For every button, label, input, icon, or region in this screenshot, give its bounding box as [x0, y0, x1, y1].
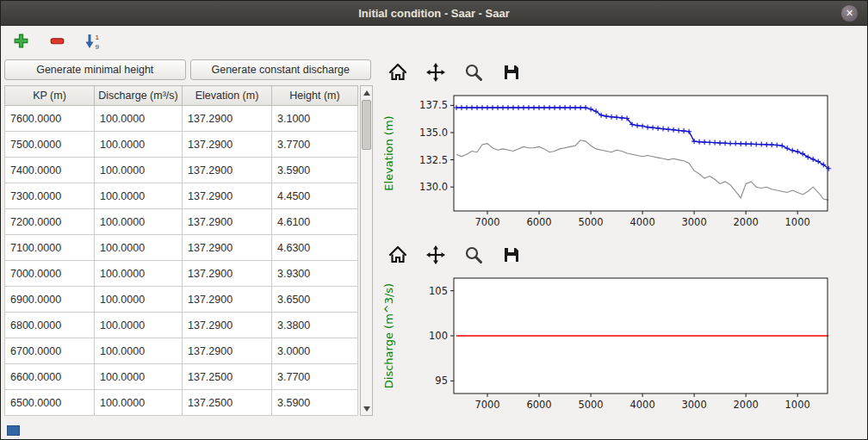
svg-text:3000: 3000	[681, 216, 706, 228]
table-cell[interactable]: 137.2900	[183, 235, 272, 261]
discharge-plot-canvas[interactable]: 700060005000400030002000100095100105Disc…	[380, 271, 864, 419]
table-cell[interactable]: 100.0000	[95, 364, 183, 390]
table-cell[interactable]: 137.2900	[183, 209, 272, 235]
table-cell[interactable]: 100.0000	[95, 287, 183, 313]
table-cell[interactable]: 7400.0000	[5, 158, 95, 183]
sort-button[interactable]: 1 9	[82, 29, 104, 52]
discharge-pan-button[interactable]	[425, 244, 447, 266]
minus-icon	[49, 33, 65, 49]
titlebar[interactable]: Initial condition - Saar - Saar ✕	[1, 1, 867, 26]
table-cell[interactable]: 137.2900	[183, 132, 272, 158]
generate-constant-discharge-button[interactable]: Generate constant discharge	[190, 59, 372, 80]
scrollbar-down-arrow-icon[interactable]	[361, 403, 372, 414]
table-cell[interactable]: 3.7700	[272, 364, 358, 390]
table-cell[interactable]: 100.0000	[95, 313, 183, 338]
table-cell[interactable]: 100.0000	[95, 158, 183, 183]
svg-text:7000: 7000	[474, 216, 499, 228]
table-cell[interactable]: 6900.0000	[5, 287, 95, 313]
table-cell[interactable]: 137.2500	[183, 390, 272, 416]
table-cell[interactable]: 3.3800	[272, 313, 358, 338]
column-header[interactable]: Height (m)	[272, 86, 358, 106]
plus-icon	[13, 33, 29, 49]
table-cell[interactable]: 137.2500	[183, 364, 272, 390]
table-cell[interactable]: 3.9300	[272, 261, 358, 287]
statusbar-badge	[7, 425, 20, 436]
svg-text:5000: 5000	[578, 399, 603, 411]
table-cell[interactable]: 100.0000	[95, 390, 183, 416]
discharge-save-button[interactable]	[500, 244, 523, 266]
table-cell[interactable]: 6500.0000	[5, 390, 95, 416]
table-cell[interactable]: 7200.0000	[5, 209, 95, 235]
table-cell[interactable]: 7600.0000	[5, 106, 95, 132]
content-area: Generate minimal height Generate constan…	[1, 54, 867, 439]
table-cell[interactable]: 137.2900	[183, 313, 272, 338]
scrollbar-up-arrow-icon[interactable]	[361, 87, 372, 98]
table-row: 7600.0000100.0000137.29003.1000	[5, 106, 358, 132]
elevation-zoom-button[interactable]	[462, 61, 485, 84]
table-cell[interactable]: 100.0000	[95, 235, 183, 261]
svg-text:135.0: 135.0	[419, 127, 448, 139]
table-cell[interactable]: 3.5900	[272, 390, 358, 416]
svg-text:1000: 1000	[785, 216, 810, 228]
close-button[interactable]: ✕	[840, 4, 859, 22]
elevation-save-button[interactable]	[500, 61, 523, 84]
table-cell[interactable]: 100.0000	[95, 209, 183, 235]
table-cell[interactable]: 100.0000	[95, 132, 183, 158]
svg-text:2000: 2000	[734, 399, 759, 411]
sort-icon: 1 9	[84, 32, 102, 50]
elevation-home-button[interactable]	[387, 61, 409, 84]
discharge-home-button[interactable]	[387, 244, 409, 266]
table-cell[interactable]: 6600.0000	[5, 364, 95, 390]
table-cell[interactable]: 100.0000	[95, 183, 183, 209]
table-cell[interactable]: 7100.0000	[5, 235, 95, 261]
table-cell[interactable]: 3.0000	[272, 338, 358, 364]
table-cell[interactable]: 3.1000	[272, 106, 358, 132]
table-cell[interactable]: 4.6100	[272, 209, 358, 235]
table-cell[interactable]: 4.6300	[272, 235, 358, 261]
svg-text:6000: 6000	[526, 399, 551, 411]
window-title: Initial condition - Saar - Saar	[358, 7, 510, 20]
table-cell[interactable]: 100.0000	[95, 106, 183, 132]
table-row: 6800.0000100.0000137.29003.3800	[5, 313, 358, 338]
table-cell[interactable]: 7300.0000	[5, 183, 95, 209]
table-row: 7100.0000100.0000137.29004.6300	[5, 235, 358, 261]
remove-row-button[interactable]	[46, 29, 68, 52]
table-cell[interactable]: 7000.0000	[5, 261, 95, 287]
table-scrollbar[interactable]	[360, 85, 373, 416]
svg-text:Elevation (m): Elevation (m)	[382, 115, 395, 190]
add-row-button[interactable]	[9, 29, 32, 52]
zoom-icon	[463, 62, 484, 83]
table-cell[interactable]: 3.7700	[272, 132, 358, 158]
svg-text:1000: 1000	[785, 399, 810, 411]
svg-text:6000: 6000	[526, 216, 551, 228]
table-cell[interactable]: 137.2900	[183, 338, 272, 364]
column-header[interactable]: Elevation (m)	[183, 86, 272, 106]
svg-text:130.0: 130.0	[419, 181, 448, 193]
table-cell[interactable]: 100.0000	[95, 338, 183, 364]
table-cell[interactable]: 100.0000	[95, 261, 183, 287]
elevation-plot-canvas[interactable]: 7000600050004000300020001000130.0132.513…	[380, 89, 864, 237]
table-cell[interactable]: 3.6500	[272, 287, 358, 313]
scrollbar-thumb[interactable]	[362, 100, 371, 150]
table-cell[interactable]: 137.2900	[183, 261, 272, 287]
table-row: 6700.0000100.0000137.29003.0000	[5, 338, 358, 364]
table-cell[interactable]: 4.4500	[272, 183, 358, 209]
table-cell[interactable]: 6800.0000	[5, 313, 95, 338]
generate-minimal-height-button[interactable]: Generate minimal height	[4, 59, 186, 80]
table-cell[interactable]: 137.2900	[183, 183, 272, 209]
table-cell[interactable]: 3.5900	[272, 158, 358, 183]
table-cell[interactable]: 137.2900	[183, 158, 272, 183]
discharge-zoom-button[interactable]	[462, 244, 485, 266]
table-cell[interactable]: 137.2900	[183, 106, 272, 132]
svg-text:4000: 4000	[629, 216, 654, 228]
column-header[interactable]: KP (m)	[5, 86, 95, 106]
table-cell[interactable]: 7500.0000	[5, 132, 95, 158]
elevation-pan-button[interactable]	[425, 61, 447, 84]
initial-condition-panel: Generate minimal height Generate constan…	[1, 54, 375, 439]
generate-buttons-row: Generate minimal height Generate constan…	[4, 59, 371, 80]
elevation-plot-toolbar	[380, 59, 867, 85]
table-cell[interactable]: 6700.0000	[5, 338, 95, 364]
initial-condition-table-area: KP (m)Discharge (m³/s)Elevation (m)Heigh…	[4, 85, 375, 416]
table-cell[interactable]: 137.2900	[183, 287, 272, 313]
column-header[interactable]: Discharge (m³/s)	[95, 86, 183, 106]
